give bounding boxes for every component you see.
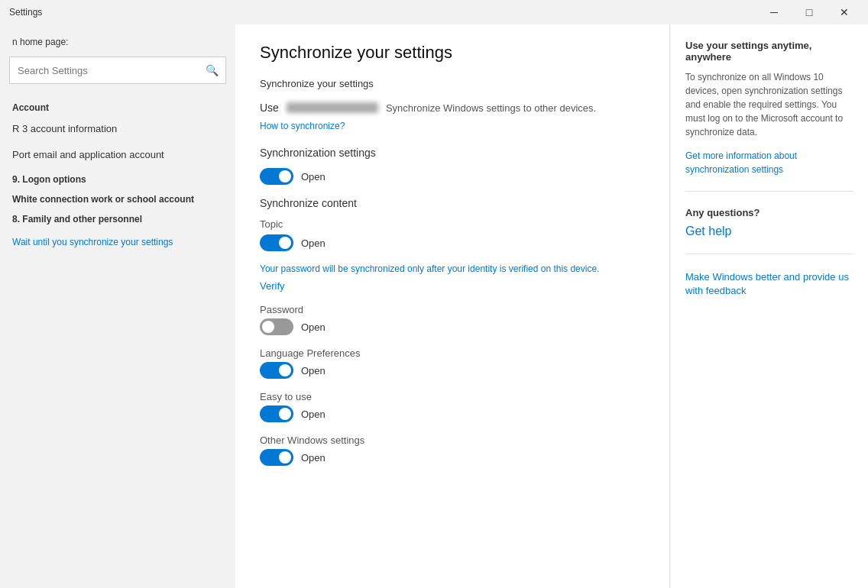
verify-link[interactable]: Verify bbox=[260, 280, 285, 292]
language-label: Language Preferences bbox=[260, 347, 645, 359]
app-body: n home page: 🔍 Account R 3 account infor… bbox=[0, 24, 868, 588]
easy-to-use-label: Easy to use bbox=[260, 391, 645, 402]
sync-open-toggle[interactable] bbox=[260, 168, 293, 185]
topic-item: Topic Open bbox=[260, 218, 645, 251]
sidebar: n home page: 🔍 Account R 3 account infor… bbox=[0, 24, 235, 588]
section-subtitle: Synchronize your settings bbox=[260, 78, 645, 89]
panel-divider-2 bbox=[685, 254, 853, 254]
use-label: Use bbox=[260, 102, 279, 114]
sync-open-toggle-row: Open bbox=[260, 168, 645, 185]
language-toggle-row: Open bbox=[260, 362, 645, 379]
topic-label: Topic bbox=[260, 218, 645, 230]
info-title: Use your settings anytime, anywhere bbox=[685, 40, 853, 63]
page-title: Synchronize your settings bbox=[260, 43, 645, 63]
password-toggle-row: Open bbox=[260, 318, 645, 335]
home-label: n home page: bbox=[0, 24, 235, 53]
info-link[interactable]: Get more information about synchronizati… bbox=[685, 150, 797, 175]
info-text: To synchronize on all Windows 10 devices… bbox=[685, 70, 853, 139]
search-container: 🔍 bbox=[9, 57, 226, 84]
sidebar-item-account-info[interactable]: R 3 account information bbox=[0, 116, 235, 142]
easy-to-use-toggle-label: Open bbox=[301, 409, 326, 420]
user-email-blurred bbox=[287, 102, 378, 113]
sidebar-section-family: 8. Family and other personnel bbox=[0, 208, 235, 228]
topic-toggle[interactable] bbox=[260, 234, 293, 251]
use-description: Synchronize Windows settings to other de… bbox=[386, 102, 596, 114]
easy-to-use-item: Easy to use Open bbox=[260, 391, 645, 422]
language-toggle-label: Open bbox=[301, 365, 326, 376]
sidebar-sync-note[interactable]: Wait until you synchronize your settings bbox=[0, 228, 235, 257]
sidebar-section-account: Account bbox=[0, 96, 235, 116]
maximize-button[interactable]: □ bbox=[792, 0, 827, 24]
easy-to-use-toggle[interactable] bbox=[260, 405, 293, 422]
other-windows-label: Other Windows settings bbox=[260, 435, 645, 446]
close-button[interactable]: ✕ bbox=[827, 0, 862, 24]
language-toggle[interactable] bbox=[260, 362, 293, 379]
sync-content-section: Synchronize content Topic Open Your pass… bbox=[260, 197, 645, 466]
language-item: Language Preferences Open bbox=[260, 347, 645, 379]
password-toggle-label: Open bbox=[301, 321, 326, 333]
how-to-link[interactable]: How to synchronize? bbox=[260, 121, 345, 131]
sync-open-label: Open bbox=[301, 171, 326, 183]
feedback-link[interactable]: Make Windows better and provide us with … bbox=[685, 271, 849, 296]
easy-to-use-toggle-row: Open bbox=[260, 405, 645, 422]
window-controls: ─ □ ✕ bbox=[756, 0, 862, 24]
app-title: Settings bbox=[9, 7, 42, 18]
password-warning: Your password will be synchronized only … bbox=[260, 263, 645, 274]
right-panel: Use your settings anytime, anywhere To s… bbox=[669, 24, 868, 588]
sidebar-item-email[interactable]: Port email and application account bbox=[0, 142, 235, 168]
sidebar-section-logon: 9. Logon options bbox=[0, 168, 235, 188]
sync-settings-header: Synchronization settings bbox=[260, 147, 645, 159]
password-item: Password Open bbox=[260, 304, 645, 335]
use-row: Use Synchronize Windows settings to othe… bbox=[260, 102, 645, 114]
sync-content-header: Synchronize content bbox=[260, 197, 645, 209]
questions-title: Any questions? bbox=[685, 207, 853, 218]
content-area: Synchronize your settings Synchronize yo… bbox=[235, 24, 868, 588]
main-content: Synchronize your settings Synchronize yo… bbox=[235, 24, 669, 588]
password-label: Password bbox=[260, 304, 645, 315]
topic-toggle-row: Open bbox=[260, 234, 645, 251]
search-input[interactable] bbox=[9, 57, 226, 84]
minimize-button[interactable]: ─ bbox=[756, 0, 792, 24]
title-bar: Settings ─ □ ✕ bbox=[0, 0, 868, 24]
panel-divider bbox=[685, 191, 853, 192]
topic-open-label: Open bbox=[301, 237, 326, 249]
other-windows-toggle-row: Open bbox=[260, 449, 645, 466]
get-help-link[interactable]: Get help bbox=[685, 225, 853, 238]
other-windows-item: Other Windows settings Open bbox=[260, 435, 645, 466]
sidebar-section-work: White connection work or school account bbox=[0, 188, 235, 208]
other-windows-toggle[interactable] bbox=[260, 449, 293, 466]
other-windows-toggle-label: Open bbox=[301, 452, 326, 464]
password-toggle[interactable] bbox=[260, 318, 293, 335]
